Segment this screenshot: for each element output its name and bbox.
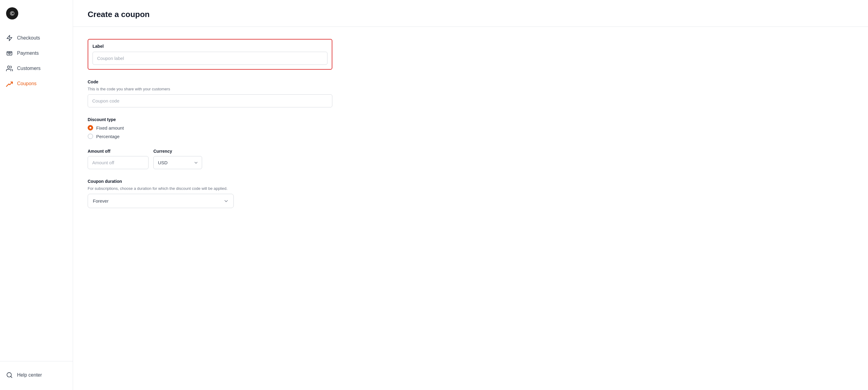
discount-type-radio-group: Fixed amount Percentage [88,125,332,139]
main-nav: Checkouts Payments Customers [0,27,73,359]
duration-select-wrapper: Forever Once Repeating [88,194,234,208]
label-section: Label [88,39,332,70]
sidebar-bottom: Help center [0,364,73,390]
form-area: Label Code This is the code you share wi… [73,27,347,230]
radio-item-percentage[interactable]: Percentage [88,134,332,139]
logo-area[interactable]: © [0,0,73,27]
radio-percentage-label: Percentage [96,134,120,139]
discount-type-label: Discount type [88,117,332,122]
currency-label: Currency [153,149,202,154]
search-icon [6,372,13,379]
sidebar-item-checkouts[interactable]: Checkouts [0,30,73,45]
customers-icon [6,65,13,72]
label-input[interactable] [93,52,328,65]
page-title: Create a coupon [88,10,854,19]
sidebar-item-help-center[interactable]: Help center [0,367,73,383]
sidebar-item-payments[interactable]: Payments [0,45,73,61]
amount-currency-row: Amount off Currency USD EUR GBP CAD AUD [88,149,332,169]
svg-rect-1 [7,52,12,55]
payments-icon [6,50,13,57]
code-field-label: Code [88,79,332,84]
discount-type-section: Discount type Fixed amount Percentage [88,117,332,139]
sidebar-item-customers[interactable]: Customers [0,61,73,76]
coupon-duration-section: Coupon duration For subscriptions, choos… [88,179,332,208]
sidebar-item-checkouts-label: Checkouts [17,35,40,41]
sidebar-item-customers-label: Customers [17,66,40,71]
page-header: Create a coupon [73,0,868,27]
lightning-icon [6,35,13,41]
radio-percentage[interactable] [88,134,93,139]
label-field-label: Label [93,44,328,49]
main-content: Create a coupon Label Code This is the c… [73,0,868,390]
sidebar-divider [0,361,73,361]
currency-field: Currency USD EUR GBP CAD AUD [153,149,202,169]
sidebar-item-coupons[interactable]: Coupons [0,76,73,91]
svg-point-3 [8,66,10,68]
coupons-icon [6,80,13,87]
amount-off-label: Amount off [88,149,149,154]
currency-select-wrapper: USD EUR GBP CAD AUD [153,156,202,169]
code-input[interactable] [88,94,332,107]
amount-off-input[interactable] [88,156,149,169]
svg-line-5 [11,376,12,378]
svg-marker-0 [7,35,12,41]
radio-fixed[interactable] [88,125,93,131]
currency-select[interactable]: USD EUR GBP CAD AUD [153,156,202,169]
sidebar: © Checkouts Payments [0,0,73,390]
code-description: This is the code you share with your cus… [88,87,332,91]
sidebar-item-coupons-label: Coupons [17,81,36,87]
sidebar-item-help-center-label: Help center [17,372,42,378]
radio-fixed-label: Fixed amount [96,125,124,131]
coupon-duration-description: For subscriptions, choose a duration for… [88,186,332,191]
code-section: Code This is the code you share with you… [88,79,332,107]
radio-item-fixed[interactable]: Fixed amount [88,125,332,131]
coupon-duration-label: Coupon duration [88,179,332,184]
duration-select[interactable]: Forever Once Repeating [88,194,234,208]
sidebar-item-payments-label: Payments [17,51,39,56]
logo-icon[interactable]: © [6,7,18,20]
amount-off-field: Amount off [88,149,149,169]
